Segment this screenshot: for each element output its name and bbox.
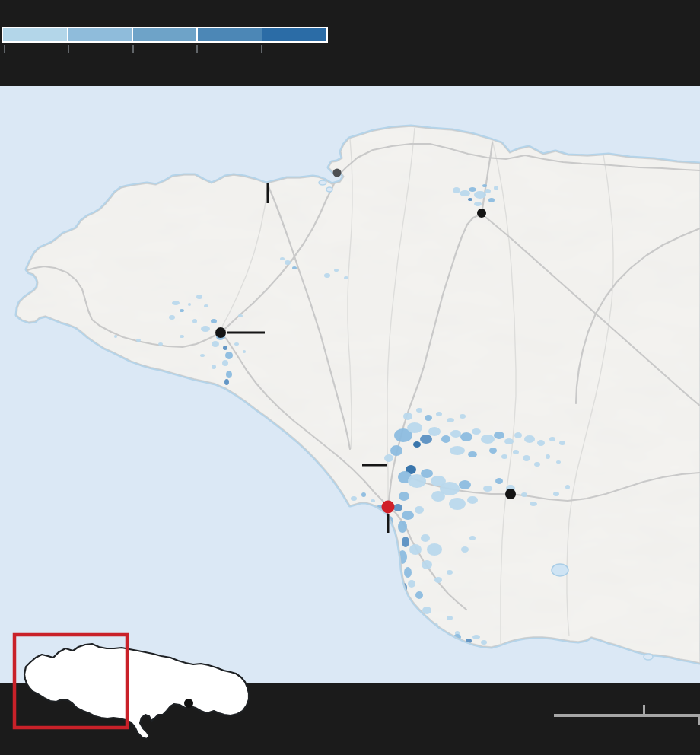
legend-swatch-3 [133, 28, 197, 41]
lake [552, 564, 568, 576]
coastal-pond [644, 654, 653, 660]
flood-patch [472, 428, 481, 435]
flood-patch [481, 435, 495, 444]
flood-patch [436, 412, 442, 416]
flood-patch [468, 198, 473, 201]
flood-patch [422, 607, 431, 614]
flood-patch [474, 191, 486, 199]
flood-patch [421, 534, 430, 542]
flood-patch [285, 260, 291, 265]
flood-patch [384, 454, 393, 462]
flood-patch [402, 511, 414, 520]
flood-patch [399, 492, 409, 501]
flood-patch [223, 346, 228, 350]
flood-patch [434, 577, 442, 583]
flood-patch [494, 432, 504, 439]
flood-patch [180, 335, 184, 338]
flood-patch [524, 435, 535, 443]
flood-patch [421, 469, 433, 478]
flood-patch [201, 326, 210, 332]
legend-swatch-5 [262, 28, 326, 41]
flood-patch [169, 315, 175, 320]
flood-patch [447, 570, 453, 575]
flood-patch [450, 446, 465, 455]
flood-patch [422, 560, 432, 569]
flood-patch [361, 492, 366, 497]
flood-patch [393, 504, 402, 511]
city-dot [505, 489, 516, 499]
flood-patch [489, 448, 497, 454]
flood-patch [390, 445, 402, 456]
legend-tick-4 [196, 45, 198, 53]
flood-patch [459, 480, 471, 489]
flood-patch [409, 544, 422, 555]
flood-patch [212, 365, 216, 369]
flood-patch [280, 257, 285, 260]
flood-patch [351, 496, 357, 501]
flood-patch [403, 413, 412, 420]
legend-swatch-2 [68, 28, 132, 41]
flood-patch [449, 498, 466, 510]
scale-bar-line [554, 714, 700, 717]
flood-patch [238, 314, 243, 317]
legend-scale [2, 27, 328, 43]
flood-patch [450, 430, 461, 438]
flood-patch [488, 198, 495, 202]
flood-patch [425, 415, 432, 421]
scale-bar-mid-tick [643, 705, 645, 715]
coastal-pond [326, 187, 332, 192]
flood-patch [553, 492, 559, 496]
legend-swatch-1 [3, 28, 67, 41]
flood-patch [204, 304, 208, 307]
flood-patch [549, 437, 555, 441]
flood-patch [211, 319, 217, 323]
flood-patch [408, 580, 415, 588]
flood-patch [402, 537, 409, 547]
flood-patch [447, 418, 454, 422]
header-bar [0, 0, 700, 86]
flood-patch [473, 635, 480, 639]
flood-patch [461, 546, 469, 553]
map-canvas [0, 86, 700, 683]
flood-patch [324, 273, 330, 278]
flood-patch [534, 462, 540, 467]
flood-patch [180, 309, 184, 312]
flood-patch [514, 432, 522, 438]
flood-patch [415, 506, 424, 514]
flood-patch [407, 422, 422, 433]
flood-patch [460, 190, 470, 196]
flood-patch [196, 295, 202, 299]
flood-patch [468, 451, 477, 457]
flood-patch [371, 499, 375, 502]
flood-patch [172, 301, 180, 305]
flood-patch [530, 502, 537, 506]
flood-patch [460, 432, 473, 441]
flood-patch [537, 440, 545, 446]
flood-patch [504, 438, 514, 444]
flood-patch [415, 591, 423, 599]
flood-patch [481, 640, 487, 645]
flood-patch [188, 303, 191, 306]
flood-patch [158, 342, 163, 346]
flood-patch [469, 536, 476, 540]
legend-tick-5 [261, 45, 262, 53]
flood-patch [428, 427, 441, 436]
flood-patch [226, 371, 232, 378]
flood-patch [559, 441, 565, 445]
flood-patch [225, 352, 233, 359]
flood-patch [136, 339, 141, 342]
flood-patch [501, 454, 508, 459]
city-dot [477, 209, 486, 218]
flood-patch [513, 450, 519, 454]
legend-tick-3 [132, 45, 134, 53]
flood-patch [234, 342, 239, 346]
flood-patch [467, 496, 478, 504]
inset-city-dot [184, 699, 193, 708]
flood-patch [565, 485, 570, 489]
flood-patch [404, 567, 412, 578]
flood-patch [482, 184, 487, 187]
flood-patch [460, 414, 466, 419]
flood-patch [420, 435, 432, 444]
page [0, 0, 700, 755]
flood-patch [192, 319, 197, 323]
